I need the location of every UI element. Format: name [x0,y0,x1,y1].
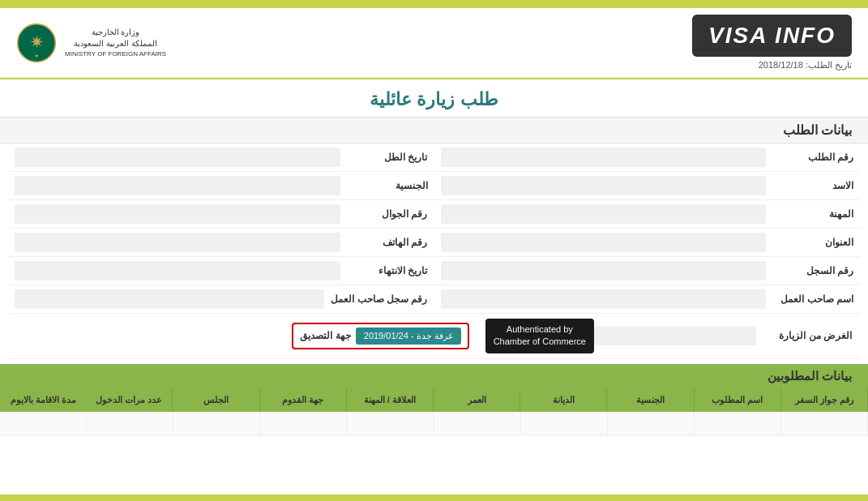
required-persons-section-header: بيانات المطلوبين [0,364,868,388]
col-relation: العلاقة / المهنة [347,388,434,412]
cell-duration [0,412,87,435]
form-row-4: العنوان رقم الهاتف [8,229,860,257]
phone-value [15,233,340,252]
form-row-5: رقم السجل تاريخ الانتهاء [8,257,860,285]
form-section: رقم الطلب تاريخ الطل الاسد الجنسية المهن… [0,143,868,359]
col-name: اسم المطلوب [695,388,781,412]
cell-arrival [260,412,347,435]
field-phone: رقم الهاتف [8,229,434,256]
request-date-value [15,148,340,167]
svg-text:❤: ❤ [35,54,38,58]
cert-date-value: غرفة جدة - 2019/01/24 [356,328,461,345]
cell-name [695,412,781,435]
request-date-label: تاريخ الطل [347,152,428,163]
visa-info-section: VISA INFO تاريخ الطلب: 2018/12/18 [692,15,852,71]
authenticated-text: Authenticated by Chamber of Commerce [494,324,586,346]
cell-passport [781,412,868,435]
col-arrival: جهة القدوم [260,388,347,412]
logo-text: وزارة الخارجية المملكة العربية السعودية … [65,27,166,58]
svg-text:✷: ✷ [30,35,44,50]
field-expiry-date: تاريخ الانتهاء [8,257,434,285]
top-bar [0,0,868,8]
cert-row: الغرض من الزيارة Authenticated by Chambe… [8,314,860,359]
field-employer-register: رقم سجل صاحب العمل [8,285,434,313]
purpose-label: الغرض من الزيارة [763,330,852,341]
name-label: الاسد [772,180,853,191]
page-header: VISA INFO تاريخ الطلب: 2018/12/18 وزارة … [0,8,868,78]
saudi-emblem-icon: ✷ ❤ [16,23,57,63]
field-mobile: رقم الجوال [8,200,434,228]
field-name: الاسد [434,172,861,199]
col-nationality: الجنسية [607,388,694,412]
page-title: طلب زيارة عائلية [0,79,868,117]
col-entries: عدد مرات الدخول [86,388,173,412]
profession-label: المهنة [772,208,853,220]
form-row-6: اسم صاحب العمل رقم سجل صاحب العمل [8,285,860,314]
employer-name-value [441,289,767,309]
cell-age [434,412,521,435]
col-religion: الديانة [520,388,607,412]
profession-value [441,204,767,224]
request-number-value [441,148,767,167]
field-nationality: الجنسية [8,172,434,199]
employer-register-label: رقم سجل صاحب العمل [331,293,427,305]
cell-entries [87,412,173,435]
form-row-1: رقم الطلب تاريخ الطل [8,143,860,172]
authenticated-badge: Authenticated by Chamber of Commerce [485,319,594,353]
col-duration: مدة الاقامة بالايوم [0,388,86,412]
request-date: تاريخ الطلب: 2018/12/18 [692,60,852,71]
table-row [0,412,868,436]
cell-relation [347,412,434,435]
request-date-label: تاريخ الطلب: [806,60,852,70]
register-number-label: رقم السجل [772,265,853,276]
persons-table-header: رقم جواز السفر اسم المطلوب الجنسية الديا… [0,388,868,412]
bottom-bar [0,495,868,501]
mobile-label: رقم الجوال [347,208,428,220]
cert-auth-box: غرفة جدة - 2019/01/24 جهة التصديق [292,323,468,349]
field-register-number: رقم السجل [434,257,861,285]
phone-label: رقم الهاتف [347,237,428,248]
cell-gender [173,412,260,435]
address-label: العنوان [772,237,853,248]
name-value [441,176,767,195]
form-row-2: الاسد الجنسية [8,172,860,200]
form-row-3: المهنة رقم الجوال [8,200,860,229]
cert-label: جهة التصديق [300,330,350,341]
request-date-value: 2018/12/18 [759,60,803,70]
employer-register-value [15,289,324,309]
purpose-value [594,326,756,345]
expiry-date-value [15,261,340,280]
nationality-value [15,176,340,195]
cell-religion [521,412,608,435]
field-address: العنوان [434,229,861,256]
col-passport: رقم جواز السفر [781,388,868,412]
col-gender: الجلس [173,388,259,412]
mobile-value [15,204,340,224]
field-request-date: تاريخ الطل [8,143,434,171]
address-value [441,233,767,252]
request-number-label: رقم الطلب [772,152,853,163]
register-number-value [441,261,767,280]
field-request-number: رقم الطلب [434,143,861,171]
expiry-date-label: تاريخ الانتهاء [347,265,428,276]
field-profession: المهنة [434,200,861,228]
employer-name-label: اسم صاحب العمل [772,293,853,305]
request-data-section-header: بيانات الطلب [0,117,868,143]
field-employer-name: اسم صاحب العمل [434,285,861,313]
cell-nationality [608,412,695,435]
nationality-label: الجنسية [347,180,428,191]
visa-info-badge: VISA INFO [692,15,852,57]
col-age: العمر [434,388,520,412]
header-logo: وزارة الخارجية المملكة العربية السعودية … [16,23,166,63]
